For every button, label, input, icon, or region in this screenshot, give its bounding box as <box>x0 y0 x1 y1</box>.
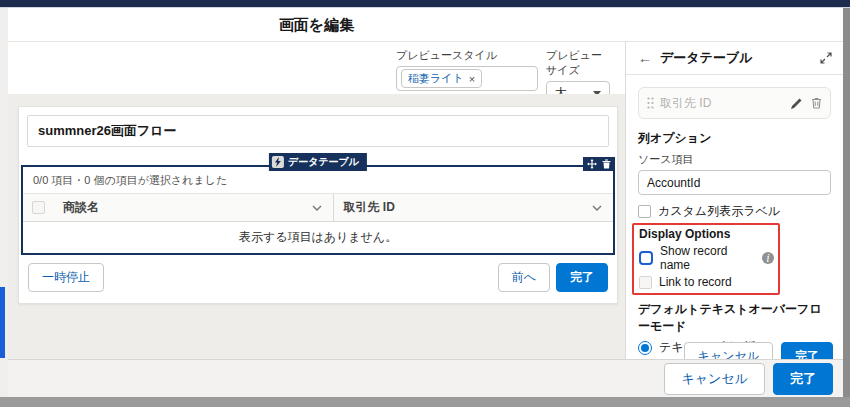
display-options-heading: Display Options <box>639 227 774 241</box>
preview-style-input[interactable]: 稲妻ライト × <box>396 66 538 91</box>
show-record-name-text: Show record name <box>660 244 755 272</box>
link-to-record-checkbox[interactable] <box>639 276 652 289</box>
browser-top-bar <box>0 0 850 8</box>
column-options-heading: 列オプション <box>638 130 831 147</box>
link-to-record-text: Link to record <box>659 275 732 289</box>
page-bottom-bar <box>0 397 850 407</box>
preview-style-pill-label: 稲妻ライト <box>408 71 464 86</box>
edit-pencil-icon[interactable] <box>790 97 803 110</box>
preview-style-pill[interactable]: 稲妻ライト × <box>401 69 482 88</box>
done-button[interactable]: 完了 <box>773 363 833 395</box>
delete-icon[interactable] <box>602 159 611 169</box>
custom-label-row[interactable]: カスタム列表示ラベル <box>638 203 831 220</box>
table-empty-message: 表示する項目はありません。 <box>23 222 613 253</box>
component-actions <box>583 157 615 171</box>
previous-button[interactable]: 前へ <box>498 263 550 292</box>
annotation-highlight: Display Options Show record name i Link … <box>632 223 780 295</box>
panel-title: データテーブル <box>660 49 753 67</box>
custom-label-checkbox[interactable] <box>638 205 651 218</box>
select-all-checkbox[interactable] <box>32 201 45 214</box>
flow-title: summner26画面フロー <box>27 115 609 147</box>
panel-clipped-buttons: キャンセル 完了 <box>684 342 833 359</box>
preview-style-label: プレビュースタイル <box>396 48 538 63</box>
pause-button[interactable]: 一時停止 <box>28 263 104 292</box>
show-record-name-row[interactable]: Show record name i <box>639 244 774 272</box>
wrap-text-radio[interactable] <box>638 341 652 355</box>
info-icon[interactable]: i <box>762 252 774 264</box>
preview-toolbar: プレビュースタイル 稲妻ライト × プレビューサイズ 大 <box>8 42 625 94</box>
move-icon[interactable] <box>587 159 597 169</box>
panel-content: 取引先 ID 列オプション ソース項目 カスタム列表示ラベル Display O… <box>626 75 843 359</box>
component-label: データテーブル <box>288 155 359 169</box>
datatable-component-icon <box>272 156 284 168</box>
backdrop-right-strip <box>843 8 850 397</box>
column-header-account-id[interactable]: 取引先 ID <box>334 194 614 221</box>
back-arrow-icon[interactable]: ← <box>638 50 652 66</box>
overflow-mode-heading: デフォルトテキストオーバーフローモード <box>638 301 831 335</box>
modal-header: 画面を編集 <box>8 8 843 42</box>
page-title: 画面を編集 <box>8 8 625 42</box>
finish-button[interactable]: 完了 <box>556 263 608 292</box>
panel-done-button[interactable]: 完了 <box>781 342 833 359</box>
drag-handle-icon[interactable] <box>647 97 654 109</box>
table-header-row: 商談名 取引先 ID <box>23 194 613 222</box>
component-label-tab: データテーブル <box>269 153 367 171</box>
custom-label-text: カスタム列表示ラベル <box>658 203 780 220</box>
show-record-name-checkbox[interactable] <box>639 251 653 265</box>
screen-preview-card: summner26画面フロー データテーブル 0/0 項目・0 <box>18 106 618 304</box>
preview-footer: 一時停止 前へ 完了 <box>19 255 617 303</box>
expand-panel-icon[interactable] <box>819 51 833 65</box>
delete-trash-icon[interactable] <box>811 97 822 109</box>
panel-header: ← データテーブル <box>626 42 843 75</box>
preview-size-label: プレビューサイズ <box>546 48 610 78</box>
modal-footer: キャンセル 完了 <box>8 359 843 397</box>
screen-editor-main: プレビュースタイル 稲妻ライト × プレビューサイズ 大 <box>8 42 625 359</box>
table-status-text: 0/0 項目・0 個の項目が選択されました <box>23 167 613 194</box>
edit-screen-modal: 画面を編集 プレビュースタイル 稲妻ライト × プレビューサイズ <box>8 8 843 397</box>
source-field-label: ソース項目 <box>638 152 831 167</box>
column-card-label: 取引先 ID <box>660 95 711 112</box>
chevron-down-icon[interactable] <box>311 204 323 212</box>
source-field-input[interactable] <box>638 170 831 195</box>
chevron-down-icon[interactable] <box>591 204 603 212</box>
remove-pill-icon[interactable]: × <box>469 73 475 85</box>
screen-canvas[interactable]: summner26画面フロー データテーブル 0/0 項目・0 <box>8 94 625 359</box>
properties-panel: ← データテーブル 取引先 ID 列オプション ソース項目 <box>626 42 843 359</box>
column-header-opportunity[interactable]: 商談名 <box>53 194 334 221</box>
cancel-button[interactable]: キャンセル <box>664 363 765 395</box>
panel-cancel-button[interactable]: キャンセル <box>684 342 773 359</box>
column-card-account-id[interactable]: 取引先 ID <box>638 87 831 119</box>
background-blue-element <box>0 287 5 358</box>
datatable-component[interactable]: データテーブル 0/0 項目・0 個の項目が選択されました <box>21 165 615 255</box>
link-to-record-row[interactable]: Link to record <box>639 275 774 289</box>
